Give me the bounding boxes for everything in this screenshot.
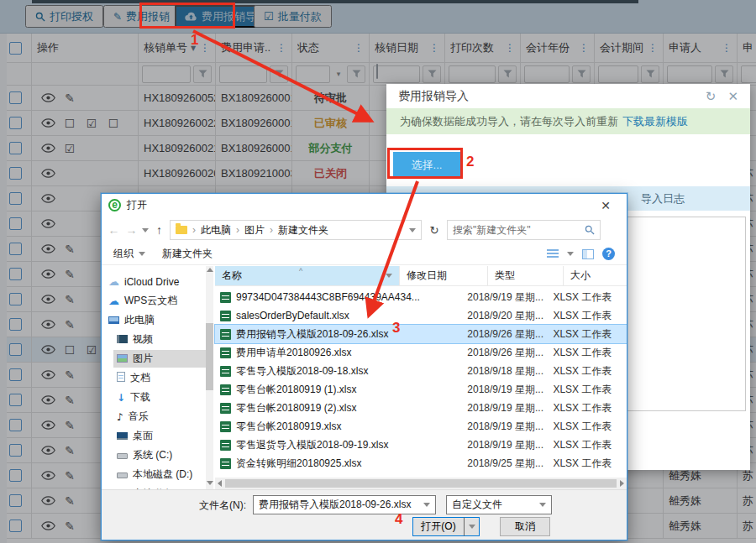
sidebar-item-label: 此电脑 bbox=[124, 313, 155, 327]
file-type: XLSX 工作表 bbox=[553, 290, 627, 305]
file-row[interactable]: 费用申请单20180926.xlsx2018/9/26 星期...XLSX 工作… bbox=[215, 343, 627, 362]
file-row[interactable]: 零售台帐20180919.xlsx2018/9/19 星期...XLSX 工作表 bbox=[215, 417, 627, 436]
ie-icon: e bbox=[108, 199, 121, 211]
file-date: 2018/9/26 星期... bbox=[467, 346, 553, 360]
sidebar-scroll-up-icon[interactable] bbox=[207, 268, 213, 272]
filename-value: 费用报销导入模版2018-09-26.xlsx bbox=[259, 498, 411, 512]
sidebar-item-label: 图片 bbox=[133, 352, 153, 366]
scroll-left-icon[interactable] bbox=[218, 480, 222, 487]
sidebar-item-8[interactable]: 桌面 bbox=[113, 427, 213, 445]
sidebar-item-2[interactable]: 此电脑 bbox=[105, 311, 204, 329]
column-date[interactable]: 修改日期 bbox=[400, 266, 488, 285]
breadcrumb[interactable]: › 此电脑 › 图片 › 新建文件夹 bbox=[170, 220, 422, 240]
open-split-dropdown[interactable] bbox=[464, 517, 480, 536]
help-icon[interactable]: ? bbox=[602, 248, 615, 260]
file-type: XLSX 工作表 bbox=[553, 327, 627, 342]
excel-file-icon bbox=[220, 292, 231, 303]
file-date: 2018/9/25 星期... bbox=[467, 457, 553, 471]
sidebar-item-1[interactable]: ☁WPS云文档 bbox=[105, 292, 204, 310]
import-notice-banner: 为确保数据能成功导入，请在每次导入前重新 下载最新模版 bbox=[386, 108, 750, 134]
file-row[interactable]: 费用报销导入模版2018-09-26.xlsx2018/9/26 星期...XL… bbox=[215, 325, 627, 343]
filetype-combobox[interactable]: 自定义文件 bbox=[446, 495, 552, 514]
documents-icon bbox=[117, 372, 125, 384]
filename-combobox[interactable]: 费用报销导入模版2018-09-26.xlsx bbox=[253, 495, 436, 514]
file-type: XLSX 工作表 bbox=[553, 438, 627, 452]
file-row[interactable]: salesOrderByDefault.xlsx2018/9/20 星期...X… bbox=[215, 306, 627, 325]
filetype-dropdown-icon[interactable] bbox=[539, 503, 546, 507]
videos-icon bbox=[117, 334, 128, 346]
import-modal-title: 费用报销导入 bbox=[398, 89, 469, 104]
view-dropdown-icon[interactable] bbox=[567, 252, 574, 256]
breadcrumb-pictures[interactable]: 图片 bbox=[244, 223, 265, 238]
sidebar-item-5[interactable]: 文档 bbox=[113, 369, 213, 387]
file-type: XLSX 工作表 bbox=[553, 457, 627, 471]
file-type: XLSX 工作表 bbox=[553, 309, 627, 323]
file-row[interactable]: 零售退货导入模版2018-09-19.xlsx2018/9/19 星期...XL… bbox=[215, 436, 627, 454]
app-window: 打印授权 ✎ 费用报销 费用报销导入 ☑ 批量付款 操作核销单号▼⋮费用申请..… bbox=[0, 0, 756, 543]
disk-icon bbox=[117, 450, 128, 462]
import-notice-text: 为确保数据能成功导入，请在每次导入前重新 bbox=[400, 114, 618, 129]
address-dropdown-icon[interactable] bbox=[409, 228, 416, 232]
file-row[interactable]: 零售导入模版2018-09-18.xlsx2018/9/18 星期...XLSX… bbox=[215, 362, 627, 380]
refresh-address-icon[interactable]: ↻ bbox=[425, 224, 444, 237]
file-row[interactable]: 99734D047384443C8BF694439AA434...2018/9/… bbox=[215, 288, 627, 306]
filename-label: 文件名(N): bbox=[169, 499, 246, 513]
file-row[interactable]: 资金转账明细20180925.xlsx2018/9/25 星期...XLSX 工… bbox=[215, 454, 627, 473]
computer-icon bbox=[108, 315, 119, 326]
icloud-icon: ☁ bbox=[108, 275, 119, 288]
refresh-icon[interactable]: ↻ bbox=[706, 89, 717, 104]
pictures-icon bbox=[117, 353, 128, 365]
wps-cloud-icon: ☁ bbox=[108, 295, 119, 307]
close-icon[interactable]: ✕ bbox=[727, 89, 738, 104]
sidebar-item-7[interactable]: ♪音乐 bbox=[113, 408, 213, 426]
horizontal-scrollbar[interactable] bbox=[215, 478, 627, 489]
open-button[interactable]: 打开(O) bbox=[412, 517, 465, 536]
dialog-close-icon[interactable]: ✕ bbox=[591, 199, 620, 212]
scroll-right-icon[interactable] bbox=[620, 480, 624, 487]
column-size[interactable]: 大小 bbox=[564, 266, 627, 285]
up-icon[interactable]: ↑ bbox=[152, 223, 166, 237]
sidebar-scroll-down-icon[interactable] bbox=[207, 481, 213, 485]
file-date: 2018/9/19 星期... bbox=[467, 438, 553, 452]
download-template-link[interactable]: 下载最新模版 bbox=[622, 114, 688, 129]
history-dropdown-icon[interactable] bbox=[142, 228, 149, 232]
file-list-header: 名称 ^ 修改日期 类型 大小 bbox=[215, 266, 627, 286]
sidebar-scroll-thumb[interactable] bbox=[206, 323, 213, 390]
name-filter-icon[interactable] bbox=[386, 274, 392, 278]
preview-pane-icon[interactable] bbox=[582, 249, 594, 259]
breadcrumb-this-pc[interactable]: 此电脑 bbox=[201, 223, 231, 238]
file-name: 零售台帐20180919.xlsx bbox=[236, 420, 467, 434]
sidebar-item-label: 视频 bbox=[133, 332, 153, 347]
filename-dropdown-icon[interactable] bbox=[423, 503, 430, 507]
organize-button[interactable]: 组织 bbox=[113, 247, 134, 261]
organize-dropdown-icon bbox=[139, 252, 145, 256]
cancel-button[interactable]: 取消 bbox=[500, 517, 550, 536]
column-name[interactable]: 名称 ^ bbox=[215, 266, 400, 285]
file-name: 零售台帐20180919 (2).xlsx bbox=[236, 401, 467, 415]
disk-icon bbox=[117, 469, 128, 481]
breadcrumb-new-folder[interactable]: 新建文件夹 bbox=[278, 223, 328, 238]
sidebar-item-6[interactable]: ↓下载 bbox=[113, 389, 213, 406]
excel-file-icon bbox=[220, 347, 231, 358]
folder-icon bbox=[176, 226, 187, 234]
scroll-thumb[interactable] bbox=[225, 479, 617, 488]
search-input[interactable]: 搜索"新建文件夹" bbox=[447, 220, 601, 240]
sidebar-item-9[interactable]: 系统 (C:) bbox=[113, 446, 213, 464]
file-date: 2018/9/26 星期... bbox=[467, 327, 553, 342]
sidebar-item-4[interactable]: 图片 bbox=[113, 350, 213, 368]
list-view-icon[interactable] bbox=[547, 249, 559, 259]
sidebar-item-10[interactable]: 本地磁盘 (D:) bbox=[113, 466, 213, 483]
sidebar-item-label: 音乐 bbox=[129, 410, 149, 424]
column-type[interactable]: 类型 bbox=[488, 266, 564, 285]
dialog-titlebar[interactable]: e 打开 ✕ bbox=[102, 194, 627, 217]
downloads-icon: ↓ bbox=[117, 392, 125, 404]
choose-file-button[interactable]: 选择... bbox=[393, 152, 460, 178]
new-folder-button[interactable]: 新建文件夹 bbox=[162, 247, 213, 261]
file-row[interactable]: 零售台帐20180919 (2).xlsx2018/9/19 星期...XLSX… bbox=[215, 399, 627, 417]
file-name: 零售退货导入模版2018-09-19.xlsx bbox=[236, 438, 467, 452]
sidebar-item-0[interactable]: ☁iCloud Drive bbox=[105, 273, 204, 290]
back-icon[interactable]: ← bbox=[107, 223, 121, 237]
forward-icon[interactable]: → bbox=[124, 223, 139, 237]
file-row[interactable]: 零售台帐20180919 (1).xlsx2018/9/19 星期...XLSX… bbox=[215, 380, 627, 399]
sidebar-item-3[interactable]: 视频 bbox=[113, 331, 213, 348]
